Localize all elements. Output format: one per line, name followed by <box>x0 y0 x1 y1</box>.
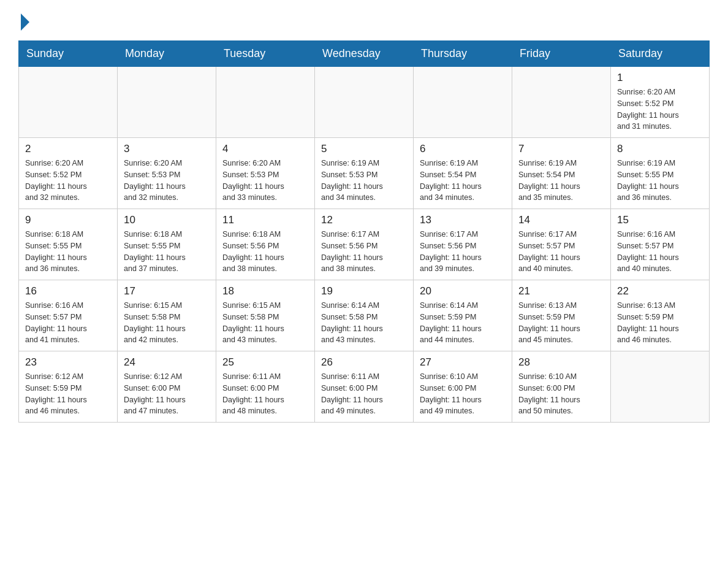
day-info: Sunrise: 6:20 AM Sunset: 5:52 PM Dayligh… <box>617 86 703 132</box>
day-info: Sunrise: 6:15 AM Sunset: 5:58 PM Dayligh… <box>124 300 210 346</box>
weekday-header-saturday: Saturday <box>611 41 710 67</box>
day-number: 19 <box>321 285 407 297</box>
day-info: Sunrise: 6:10 AM Sunset: 6:00 PM Dayligh… <box>518 371 604 417</box>
weekday-header-wednesday: Wednesday <box>315 41 414 67</box>
day-info: Sunrise: 6:16 AM Sunset: 5:57 PM Dayligh… <box>617 229 703 275</box>
day-info: Sunrise: 6:17 AM Sunset: 5:56 PM Dayligh… <box>420 229 506 275</box>
calendar-cell: 16Sunrise: 6:16 AM Sunset: 5:57 PM Dayli… <box>19 280 118 351</box>
day-number: 24 <box>124 356 210 369</box>
calendar-cell: 3Sunrise: 6:20 AM Sunset: 5:53 PM Daylig… <box>118 138 216 209</box>
calendar-cell: 21Sunrise: 6:13 AM Sunset: 5:59 PM Dayli… <box>512 280 611 351</box>
calendar-cell: 15Sunrise: 6:16 AM Sunset: 5:57 PM Dayli… <box>611 209 710 280</box>
day-number: 8 <box>617 143 703 155</box>
calendar-cell: 8Sunrise: 6:19 AM Sunset: 5:55 PM Daylig… <box>611 138 710 209</box>
calendar-cell: 25Sunrise: 6:11 AM Sunset: 6:00 PM Dayli… <box>216 351 315 423</box>
calendar-cell: 20Sunrise: 6:14 AM Sunset: 5:59 PM Dayli… <box>414 280 512 351</box>
calendar-cell: 11Sunrise: 6:18 AM Sunset: 5:56 PM Dayli… <box>216 209 315 280</box>
calendar-cell: 5Sunrise: 6:19 AM Sunset: 5:53 PM Daylig… <box>315 138 414 209</box>
calendar-cell <box>19 67 118 138</box>
weekday-header-tuesday: Tuesday <box>216 41 315 67</box>
day-info: Sunrise: 6:20 AM Sunset: 5:53 PM Dayligh… <box>222 158 308 204</box>
calendar-cell: 6Sunrise: 6:19 AM Sunset: 5:54 PM Daylig… <box>414 138 512 209</box>
weekday-header-sunday: Sunday <box>19 41 118 67</box>
day-number: 6 <box>420 143 506 155</box>
day-number: 16 <box>25 285 111 297</box>
day-number: 5 <box>321 143 407 155</box>
day-number: 18 <box>222 285 308 297</box>
day-info: Sunrise: 6:19 AM Sunset: 5:54 PM Dayligh… <box>518 158 604 204</box>
day-number: 4 <box>222 143 308 155</box>
calendar-cell: 2Sunrise: 6:20 AM Sunset: 5:52 PM Daylig… <box>19 138 118 209</box>
weekday-header-friday: Friday <box>512 41 611 67</box>
calendar-cell: 12Sunrise: 6:17 AM Sunset: 5:56 PM Dayli… <box>315 209 414 280</box>
calendar-cell: 28Sunrise: 6:10 AM Sunset: 6:00 PM Dayli… <box>512 351 611 423</box>
day-info: Sunrise: 6:13 AM Sunset: 5:59 PM Dayligh… <box>518 300 604 346</box>
calendar-cell <box>118 67 216 138</box>
day-info: Sunrise: 6:17 AM Sunset: 5:56 PM Dayligh… <box>321 229 407 275</box>
day-number: 3 <box>124 143 210 155</box>
day-info: Sunrise: 6:20 AM Sunset: 5:53 PM Dayligh… <box>124 158 210 204</box>
calendar-cell: 18Sunrise: 6:15 AM Sunset: 5:58 PM Dayli… <box>216 280 315 351</box>
calendar-cell: 23Sunrise: 6:12 AM Sunset: 5:59 PM Dayli… <box>19 351 118 423</box>
calendar-cell: 19Sunrise: 6:14 AM Sunset: 5:58 PM Dayli… <box>315 280 414 351</box>
day-number: 7 <box>518 143 604 155</box>
week-row-2: 9Sunrise: 6:18 AM Sunset: 5:55 PM Daylig… <box>19 209 710 280</box>
day-number: 1 <box>617 72 703 84</box>
day-info: Sunrise: 6:18 AM Sunset: 5:55 PM Dayligh… <box>124 229 210 275</box>
week-row-0: 1Sunrise: 6:20 AM Sunset: 5:52 PM Daylig… <box>19 67 710 138</box>
week-row-4: 23Sunrise: 6:12 AM Sunset: 5:59 PM Dayli… <box>19 351 710 423</box>
calendar-cell: 7Sunrise: 6:19 AM Sunset: 5:54 PM Daylig… <box>512 138 611 209</box>
day-info: Sunrise: 6:14 AM Sunset: 5:59 PM Dayligh… <box>420 300 506 346</box>
weekday-header-thursday: Thursday <box>414 41 512 67</box>
day-info: Sunrise: 6:16 AM Sunset: 5:57 PM Dayligh… <box>25 300 111 346</box>
day-info: Sunrise: 6:19 AM Sunset: 5:55 PM Dayligh… <box>617 158 703 204</box>
day-number: 25 <box>222 356 308 369</box>
day-number: 9 <box>25 214 111 226</box>
day-info: Sunrise: 6:11 AM Sunset: 6:00 PM Dayligh… <box>321 371 407 417</box>
logo-arrow-icon <box>21 13 29 31</box>
day-number: 13 <box>420 214 506 226</box>
day-info: Sunrise: 6:15 AM Sunset: 5:58 PM Dayligh… <box>222 300 308 346</box>
weekday-header-row: SundayMondayTuesdayWednesdayThursdayFrid… <box>19 41 710 67</box>
day-number: 26 <box>321 356 407 369</box>
day-info: Sunrise: 6:14 AM Sunset: 5:58 PM Dayligh… <box>321 300 407 346</box>
day-number: 14 <box>518 214 604 226</box>
calendar-cell: 1Sunrise: 6:20 AM Sunset: 5:52 PM Daylig… <box>611 67 710 138</box>
calendar-cell: 24Sunrise: 6:12 AM Sunset: 6:00 PM Dayli… <box>118 351 216 423</box>
calendar-cell <box>414 67 512 138</box>
day-number: 27 <box>420 356 506 369</box>
day-number: 20 <box>420 285 506 297</box>
day-info: Sunrise: 6:17 AM Sunset: 5:57 PM Dayligh… <box>518 229 604 275</box>
calendar-cell: 14Sunrise: 6:17 AM Sunset: 5:57 PM Dayli… <box>512 209 611 280</box>
calendar-cell: 13Sunrise: 6:17 AM Sunset: 5:56 PM Dayli… <box>414 209 512 280</box>
day-info: Sunrise: 6:13 AM Sunset: 5:59 PM Dayligh… <box>617 300 703 346</box>
day-info: Sunrise: 6:18 AM Sunset: 5:55 PM Dayligh… <box>25 229 111 275</box>
week-row-1: 2Sunrise: 6:20 AM Sunset: 5:52 PM Daylig… <box>19 138 710 209</box>
page-header <box>18 12 710 28</box>
day-info: Sunrise: 6:11 AM Sunset: 6:00 PM Dayligh… <box>222 371 308 417</box>
weekday-header-monday: Monday <box>118 41 216 67</box>
week-row-3: 16Sunrise: 6:16 AM Sunset: 5:57 PM Dayli… <box>19 280 710 351</box>
calendar-cell: 26Sunrise: 6:11 AM Sunset: 6:00 PM Dayli… <box>315 351 414 423</box>
calendar-cell: 10Sunrise: 6:18 AM Sunset: 5:55 PM Dayli… <box>118 209 216 280</box>
day-info: Sunrise: 6:12 AM Sunset: 5:59 PM Dayligh… <box>25 371 111 417</box>
day-info: Sunrise: 6:19 AM Sunset: 5:53 PM Dayligh… <box>321 158 407 204</box>
calendar-cell <box>611 351 710 423</box>
day-info: Sunrise: 6:19 AM Sunset: 5:54 PM Dayligh… <box>420 158 506 204</box>
logo <box>18 12 29 28</box>
calendar-cell: 9Sunrise: 6:18 AM Sunset: 5:55 PM Daylig… <box>19 209 118 280</box>
day-info: Sunrise: 6:18 AM Sunset: 5:56 PM Dayligh… <box>222 229 308 275</box>
day-number: 17 <box>124 285 210 297</box>
day-number: 15 <box>617 214 703 226</box>
day-number: 22 <box>617 285 703 297</box>
calendar-cell: 17Sunrise: 6:15 AM Sunset: 5:58 PM Dayli… <box>118 280 216 351</box>
day-number: 21 <box>518 285 604 297</box>
day-number: 10 <box>124 214 210 226</box>
day-number: 2 <box>25 143 111 155</box>
calendar-cell: 22Sunrise: 6:13 AM Sunset: 5:59 PM Dayli… <box>611 280 710 351</box>
day-info: Sunrise: 6:12 AM Sunset: 6:00 PM Dayligh… <box>124 371 210 417</box>
calendar-table: SundayMondayTuesdayWednesdayThursdayFrid… <box>18 40 710 423</box>
calendar-cell <box>315 67 414 138</box>
calendar-cell <box>512 67 611 138</box>
day-number: 28 <box>518 356 604 369</box>
